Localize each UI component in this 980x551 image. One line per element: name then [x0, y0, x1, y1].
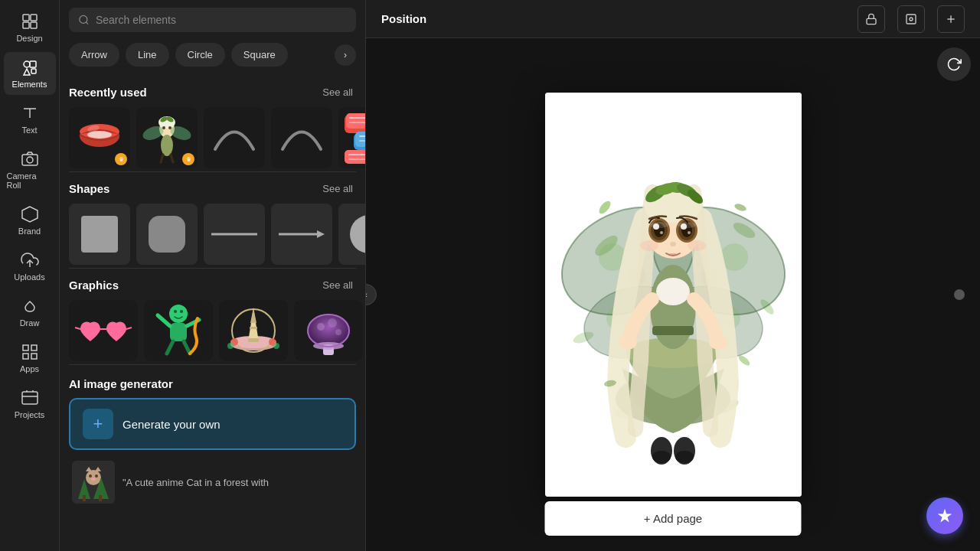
- ai-generate-button[interactable]: + Generate your own: [69, 398, 356, 450]
- sidebar-item-projects[interactable]: Projects: [4, 383, 56, 425]
- collapse-panel-button[interactable]: ‹: [366, 284, 377, 305]
- sidebar-item-elements[interactable]: Elements: [4, 52, 56, 95]
- shapes-see-all[interactable]: See all: [319, 181, 356, 196]
- canvas-card: [545, 93, 802, 497]
- panel-content: Recently used See all ♛: [60, 76, 365, 551]
- arrow-shape: [279, 229, 325, 240]
- recently-used-see-all[interactable]: See all: [319, 85, 356, 99]
- list-item[interactable]: [271, 107, 332, 168]
- ai-generator-section: AI image generator + Generate your own: [69, 377, 356, 507]
- icon-sidebar: Design Elements Text Camera Roll Brand: [0, 0, 60, 551]
- svg-rect-15: [23, 354, 28, 359]
- canvas-area: ‹: [366, 38, 980, 551]
- svg-rect-74: [248, 338, 259, 342]
- lock-icon: [865, 13, 877, 25]
- main-area: Position ‹: [366, 0, 980, 551]
- sidebar-item-uploads[interactable]: Uploads: [4, 245, 56, 288]
- top-bar: Position: [366, 0, 980, 38]
- ai-generator-title: AI image generator: [69, 377, 356, 390]
- svg-rect-7: [31, 69, 36, 73]
- svg-rect-14: [31, 345, 37, 350]
- svg-marker-6: [24, 69, 30, 75]
- svg-point-63: [180, 310, 183, 313]
- filter-tag-circle[interactable]: Circle: [175, 43, 225, 67]
- graphics-grid: ›: [69, 300, 356, 361]
- sidebar-item-text[interactable]: Text: [4, 98, 56, 141]
- svg-point-61: [169, 305, 188, 323]
- sidebar-item-apps[interactable]: Apps: [4, 337, 56, 380]
- sidebar-item-draw[interactable]: Draw: [4, 291, 56, 334]
- magic-button[interactable]: [926, 497, 963, 534]
- svg-point-24: [87, 131, 112, 139]
- list-item[interactable]: [204, 107, 265, 168]
- svg-point-97: [91, 478, 96, 481]
- magic-icon: [936, 507, 953, 524]
- filter-tag-arrow[interactable]: Arrow: [69, 43, 119, 67]
- text-icon: [21, 104, 39, 122]
- svg-rect-100: [83, 495, 86, 501]
- list-item[interactable]: [338, 204, 365, 265]
- elements-icon: [21, 58, 39, 77]
- search-input[interactable]: [96, 14, 347, 26]
- list-item[interactable]: [136, 204, 198, 265]
- list-item[interactable]: [338, 107, 365, 168]
- add-button[interactable]: [937, 5, 965, 33]
- embed-button[interactable]: [897, 5, 925, 33]
- svg-rect-101: [99, 495, 102, 501]
- ai-prompt-thumbnail: [72, 461, 115, 504]
- svg-rect-64: [170, 323, 187, 341]
- graphics-see-all[interactable]: See all: [319, 278, 356, 292]
- refresh-button[interactable]: [937, 47, 971, 81]
- list-item[interactable]: [219, 300, 288, 361]
- ai-prompt-item[interactable]: "A cute anime Cat in a forest with: [69, 458, 356, 507]
- svg-point-32: [162, 126, 165, 129]
- list-item[interactable]: ♛: [69, 107, 130, 168]
- svg-point-96: [95, 474, 98, 478]
- shapes-header: Shapes See all: [69, 181, 356, 196]
- refresh-icon: [946, 57, 962, 72]
- list-item[interactable]: ♛: [136, 107, 198, 168]
- brand-icon: [21, 205, 39, 223]
- filter-tags-scroll-arrow[interactable]: ›: [335, 44, 356, 66]
- premium-badge: ♛: [115, 153, 127, 165]
- list-item[interactable]: [69, 300, 138, 361]
- list-item[interactable]: [294, 300, 363, 361]
- ai-generate-label: Generate your own: [122, 418, 220, 431]
- svg-rect-3: [31, 22, 37, 28]
- divider: [69, 268, 356, 269]
- sidebar-item-design[interactable]: Design: [4, 6, 56, 49]
- embed-icon: [905, 13, 917, 25]
- ai-prompt-text: "A cute anime Cat in a forest with: [122, 477, 269, 488]
- filter-tag-line[interactable]: Line: [126, 43, 169, 67]
- svg-point-87: [335, 329, 341, 335]
- sidebar-item-camera-roll[interactable]: Camera Roll: [4, 144, 56, 196]
- sidebar-item-brand[interactable]: Brand: [4, 199, 56, 242]
- svg-point-130: [650, 265, 696, 349]
- list-item[interactable]: [271, 204, 332, 265]
- svg-point-144: [660, 231, 663, 234]
- line-shape: [211, 233, 257, 236]
- svg-point-95: [89, 474, 92, 478]
- apps-icon: [21, 343, 39, 361]
- svg-point-150: [688, 231, 691, 234]
- list-item[interactable]: [69, 204, 130, 265]
- sidebar-item-apps-label: Apps: [20, 364, 39, 373]
- scroll-indicator: [954, 289, 965, 300]
- svg-rect-38: [204, 107, 265, 168]
- svg-rect-0: [23, 15, 29, 21]
- search-icon: [78, 14, 90, 26]
- rectangle-shape: [81, 216, 118, 253]
- sidebar-item-draw-label: Draw: [20, 318, 40, 328]
- position-title: Position: [381, 12, 426, 25]
- add-page-button[interactable]: + Add page: [545, 501, 802, 536]
- svg-point-152: [670, 242, 676, 246]
- design-icon: [21, 12, 39, 31]
- sidebar-item-projects-label: Projects: [15, 410, 45, 419]
- filter-tag-square[interactable]: Square: [231, 43, 288, 67]
- list-item[interactable]: [204, 204, 265, 265]
- lock-button[interactable]: [858, 5, 885, 33]
- uploads-icon: [21, 251, 39, 269]
- svg-rect-102: [867, 18, 876, 24]
- list-item[interactable]: [144, 300, 213, 361]
- premium-badge: ♛: [182, 153, 194, 165]
